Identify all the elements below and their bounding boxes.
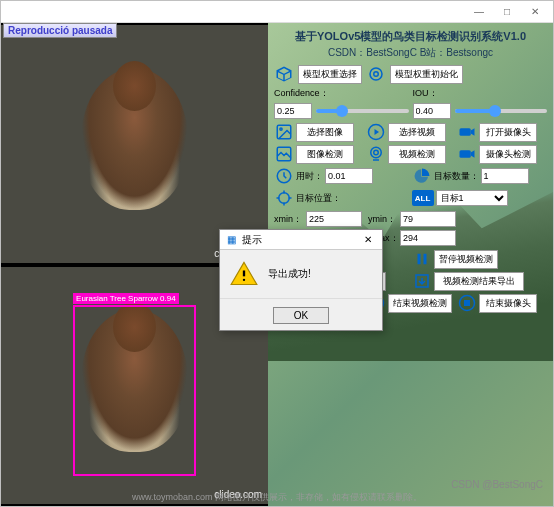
svg-point-8 <box>373 150 378 155</box>
svg-point-7 <box>370 147 381 158</box>
confidence-input[interactable] <box>274 103 312 119</box>
message-dialog: ▦ 提示 ✕ 导出成功! OK <box>219 229 383 331</box>
window-controls: — □ ✕ <box>465 3 549 21</box>
svg-rect-9 <box>460 150 471 158</box>
bird-image <box>81 68 188 211</box>
original-frame: clideo.com <box>1 25 268 263</box>
svg-point-11 <box>279 193 290 204</box>
pos-label: 目标位置： <box>296 192 341 205</box>
target-select[interactable]: 目标1 <box>436 190 508 206</box>
target-row: 目标位置： ALL目标1 <box>274 188 547 208</box>
webcam-icon <box>366 144 386 164</box>
image-icon <box>274 122 294 142</box>
camera-detect-icon <box>457 144 477 164</box>
pause-video-button[interactable]: 暂停视频检测 <box>434 250 498 269</box>
init-weights-button[interactable]: 模型权重初始化 <box>390 65 463 84</box>
iou-input[interactable] <box>413 103 451 119</box>
dialog-buttons: OK <box>220 298 382 330</box>
ymin-label: ymin： <box>368 213 398 226</box>
svg-rect-5 <box>460 128 471 136</box>
crosshair-icon <box>274 188 294 208</box>
detect-image-icon <box>274 144 294 164</box>
pause-icon <box>412 249 432 269</box>
csdn-watermark: CSDN @BestSongC <box>451 479 543 490</box>
confidence-label: Confidence： <box>274 87 409 100</box>
titlebar: — □ ✕ <box>1 1 553 23</box>
svg-point-23 <box>243 279 245 281</box>
playback-paused-overlay: Reproducció pausada <box>3 23 117 38</box>
bbox-label: Eurasian Tree Sparrow 0.94 <box>73 293 179 304</box>
dialog-message: 导出成功! <box>268 267 311 281</box>
count-label: 目标数量： <box>434 170 479 183</box>
export-video-button[interactable]: 视频检测结果导出 <box>434 272 524 291</box>
confidence-slider[interactable] <box>316 109 409 113</box>
dialog-titlebar: ▦ 提示 ✕ <box>220 230 382 250</box>
time-label: 用时： <box>296 170 323 183</box>
threshold-sliders <box>274 103 547 119</box>
svg-point-1 <box>374 72 379 77</box>
svg-rect-13 <box>417 254 420 265</box>
maximize-button[interactable]: □ <box>493 3 521 21</box>
piechart-icon <box>412 166 432 186</box>
camera-icon <box>457 122 477 142</box>
ymax-input[interactable] <box>400 230 456 246</box>
close-button[interactable]: ✕ <box>521 3 549 21</box>
detection-bbox: Eurasian Tree Sparrow 0.94 <box>73 305 196 476</box>
threshold-labels: Confidence： IOU： <box>274 87 547 100</box>
all-icon: ALL <box>412 190 434 206</box>
export-video-icon <box>412 271 432 291</box>
target-icon <box>366 64 386 84</box>
clock-icon <box>274 166 294 186</box>
end-video-button[interactable]: 结束视频检测 <box>388 294 452 313</box>
xmin-label: xmin： <box>274 213 304 226</box>
dialog-close-button[interactable]: ✕ <box>358 234 378 245</box>
dialog-body: 导出成功! <box>220 250 382 298</box>
image-detect-button[interactable]: 图像检测 <box>296 145 354 164</box>
ymin-input[interactable] <box>400 211 456 227</box>
app-subtitle: CSDN：BestSongC B站：Bestsongc <box>274 46 547 60</box>
dialog-info-icon: ▦ <box>224 233 238 247</box>
select-image-button[interactable]: 选择图像 <box>296 123 354 142</box>
cube-icon <box>274 64 294 84</box>
source-row-1: 选择图像 选择视频 打开摄像头 <box>274 122 547 142</box>
minimize-button[interactable]: — <box>465 3 493 21</box>
stop-icon-3 <box>457 293 477 313</box>
open-camera-button[interactable]: 打开摄像头 <box>479 123 537 142</box>
end-camera-button[interactable]: 结束摄像头 <box>479 294 537 313</box>
source-row-2: 图像检测 视频检测 摄像头检测 <box>274 144 547 164</box>
weights-row: 模型权重选择 模型权重初始化 <box>274 64 547 84</box>
svg-rect-22 <box>464 300 470 306</box>
iou-slider[interactable] <box>455 109 548 113</box>
dialog-title: 提示 <box>242 233 262 247</box>
coords-min: xmin： ymin： <box>274 211 547 227</box>
xmin-input[interactable] <box>306 211 362 227</box>
svg-point-3 <box>280 128 282 130</box>
dialog-ok-button[interactable]: OK <box>273 307 329 324</box>
camera-detect-button[interactable]: 摄像头检测 <box>479 145 537 164</box>
svg-point-0 <box>370 68 382 80</box>
play-icon <box>366 122 386 142</box>
warning-icon <box>230 260 258 288</box>
app-title: 基于YOLOv5模型的鸟类目标检测识别系统V1.0 <box>274 29 547 44</box>
select-video-button[interactable]: 选择视频 <box>388 123 446 142</box>
count-value <box>481 168 529 184</box>
video-detect-button[interactable]: 视频检测 <box>388 145 446 164</box>
footer-watermark: www.toymoban.com 网络图片仅供展示，非存储，如有侵权请联系删除。 <box>1 491 553 504</box>
stats-row: 用时： 目标数量： <box>274 166 547 186</box>
time-value <box>325 168 373 184</box>
app-window: — □ ✕ Reproducció pausada clideo.com Eur… <box>0 0 554 507</box>
select-weights-button[interactable]: 模型权重选择 <box>298 65 362 84</box>
iou-label: IOU： <box>413 87 548 100</box>
svg-rect-14 <box>423 254 426 265</box>
